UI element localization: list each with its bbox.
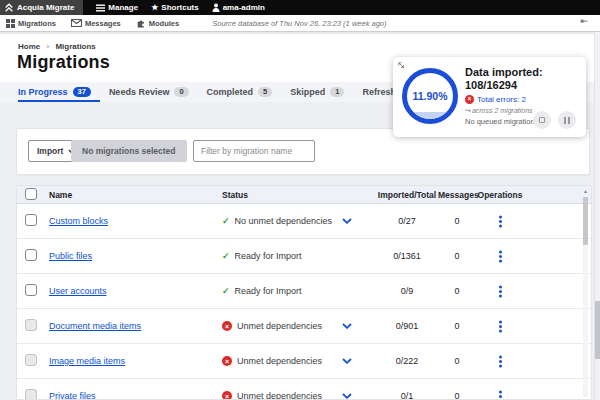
tab-label: Skipped	[290, 87, 325, 97]
error-icon: ×	[222, 356, 232, 366]
pause-icon	[564, 117, 570, 124]
grid-icon	[6, 19, 15, 28]
check-icon: ✓	[222, 286, 230, 296]
operations-menu-icon[interactable]	[499, 395, 502, 398]
operations-menu-icon[interactable]	[499, 325, 502, 328]
imported-total-value: 0/901	[376, 321, 438, 331]
total-errors-label: Total errors: 2	[477, 95, 526, 104]
messages-count: 0	[438, 216, 476, 226]
status-text: Unmet dependencies	[237, 356, 322, 366]
messages-count: 0	[438, 321, 476, 331]
shortcuts-menu[interactable]: ★ Shortcuts	[151, 3, 199, 12]
operations-menu-icon[interactable]	[499, 360, 502, 363]
row-checkbox[interactable]	[25, 389, 37, 400]
table-scrollbar[interactable]: ▲	[583, 188, 588, 397]
tab-count-badge: 1	[330, 87, 344, 98]
tab-skipped[interactable]: Skipped1	[281, 82, 353, 102]
brand-acquia-migrate[interactable]: Acquia Migrate	[0, 0, 83, 15]
toolbar-item-modules[interactable]: Modules	[136, 18, 179, 28]
table-header-row: Name Status Imported/Total Messages Oper…	[17, 186, 591, 204]
manage-menu[interactable]: Manage	[96, 3, 138, 12]
data-imported-value: 108/16294	[465, 79, 583, 92]
return-arrow-icon: ↪	[465, 107, 471, 114]
messages-count: 0	[438, 251, 476, 261]
import-summary-popup: 11.90% Data imported: 108/16294 × Total …	[393, 57, 586, 137]
row-checkbox[interactable]	[25, 214, 37, 226]
stop-button[interactable]	[533, 111, 551, 129]
filter-input[interactable]	[193, 140, 315, 162]
table-row: Custom blocks✓No unmet dependencies0/270	[17, 204, 591, 239]
status-text: Ready for Import	[235, 286, 302, 296]
chevron-down-icon[interactable]	[342, 358, 352, 364]
progress-percent: 11.90%	[407, 73, 453, 119]
toolbar-item-label: Migrations	[18, 19, 56, 28]
imported-total-value: 0/222	[376, 356, 438, 366]
migration-link[interactable]: Custom blocks	[49, 216, 108, 226]
migration-link[interactable]: Public files	[49, 251, 92, 261]
status-text: Unmet dependencies	[237, 321, 322, 331]
page-scrollbar[interactable]	[594, 15, 600, 400]
tab-count-badge: 5	[258, 87, 272, 98]
data-imported-label: Data imported:	[465, 66, 583, 79]
migrations-table: Name Status Imported/Total Messages Oper…	[16, 185, 592, 400]
user-menu[interactable]: ama-admin	[212, 3, 265, 12]
row-checkbox[interactable]	[25, 354, 37, 366]
check-icon: ✓	[222, 216, 230, 226]
header-name: Name	[47, 190, 222, 200]
envelope-icon	[71, 19, 82, 27]
tab-count-badge: 0	[174, 87, 188, 98]
status-text: Unmet dependencies	[237, 391, 322, 400]
brand-label: Acquia Migrate	[17, 3, 74, 12]
row-checkbox[interactable]	[25, 249, 37, 261]
row-checkbox[interactable]	[25, 319, 37, 331]
operations-menu-icon[interactable]	[499, 220, 502, 223]
table-scrollbar-thumb[interactable]	[583, 197, 588, 245]
migration-link[interactable]: Document media items	[49, 321, 141, 331]
toolbar-item-messages[interactable]: Messages	[71, 19, 121, 28]
page-scrollbar-thumb[interactable]	[595, 301, 600, 359]
tab-in-progress[interactable]: In Progress37	[18, 82, 100, 102]
breadcrumb: Home › Migrations	[18, 42, 96, 51]
module-toolbar: Migrations Messages Modules Source datab…	[0, 15, 600, 32]
breadcrumb-separator: ›	[46, 42, 49, 51]
resize-handle-icon[interactable]	[396, 60, 406, 70]
table-row: Image media items×Unmet dependencies0/22…	[17, 344, 591, 379]
operations-menu-icon[interactable]	[499, 290, 502, 293]
tab-completed[interactable]: Completed5	[198, 82, 282, 102]
migration-link[interactable]: User accounts	[49, 286, 107, 296]
chevron-down-icon[interactable]	[342, 218, 352, 224]
scroll-up-icon[interactable]: ▲	[583, 188, 588, 194]
status-text: No unmet dependencies	[235, 216, 333, 226]
source-database-note: Source database of Thu Nov 26, 23:23 (1 …	[212, 19, 386, 28]
chevron-down-icon[interactable]	[342, 323, 352, 329]
progress-ring: 11.90%	[402, 68, 458, 124]
toolbar-item-migrations[interactable]: Migrations	[6, 19, 56, 28]
import-label: Import	[37, 146, 63, 156]
migration-link[interactable]: Private files	[49, 391, 96, 400]
operations-menu-icon[interactable]	[499, 255, 502, 258]
status-text: Ready for Import	[235, 251, 302, 261]
select-all-checkbox[interactable]	[25, 188, 37, 200]
total-errors-link[interactable]: × Total errors: 2	[465, 95, 583, 104]
tab-needs-review[interactable]: Needs Review0	[100, 82, 198, 102]
chevron-down-icon[interactable]	[342, 393, 352, 399]
tab-count-badge: 37	[73, 87, 91, 98]
error-icon: ×	[222, 391, 232, 400]
page-title: Migrations	[17, 52, 110, 73]
table-row: Public files✓Ready for Import0/13610	[17, 239, 591, 274]
collapse-toolbar-icon[interactable]: ⇤	[580, 16, 588, 26]
hamburger-icon	[96, 4, 105, 12]
header-status: Status	[222, 190, 332, 200]
imported-total-value: 0/1361	[376, 251, 438, 261]
header-imported-total: Imported/Total	[376, 190, 438, 200]
error-icon: ×	[465, 95, 474, 104]
toolbar-item-label: Messages	[85, 19, 121, 28]
pause-button[interactable]	[558, 111, 576, 129]
selection-status-button: No migrations selected	[71, 140, 187, 162]
user-label: ama-admin	[223, 3, 265, 12]
table-body: Custom blocks✓No unmet dependencies0/270…	[17, 204, 591, 400]
migration-link[interactable]: Image media items	[49, 356, 125, 366]
header-messages: Messages	[438, 190, 476, 200]
breadcrumb-home-link[interactable]: Home	[18, 42, 40, 51]
row-checkbox[interactable]	[25, 284, 37, 296]
